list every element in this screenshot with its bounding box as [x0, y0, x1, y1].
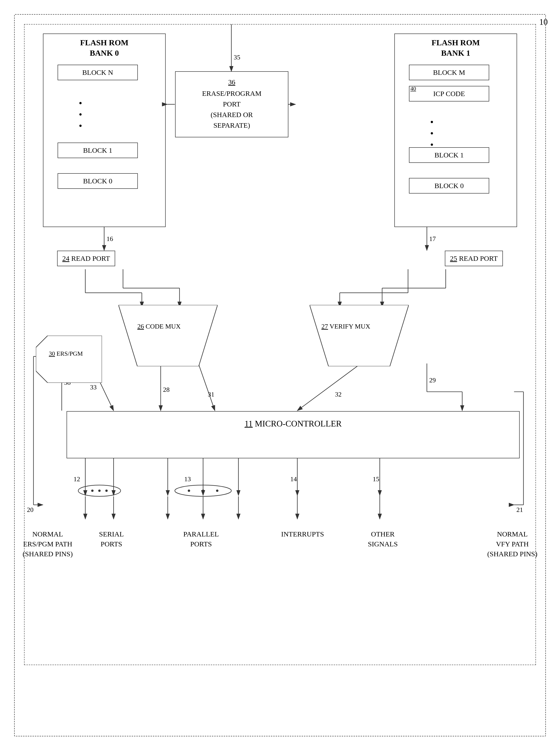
erase-program-port-box: 36 ERASE/PROGRAM PORT (SHARED OR SEPARAT… — [175, 71, 288, 137]
read-port-25: 25READ PORT — [445, 251, 503, 266]
flash-rom-bank0-title: FLASH ROM BANK 0 — [43, 34, 165, 62]
icp-code-box: 40 ICP CODE — [409, 86, 489, 101]
block-n-box: BLOCK N — [58, 65, 138, 80]
block-0-bank0-box: BLOCK 0 — [58, 173, 138, 189]
micro-controller-box: 11 MICRO-CONTROLLER — [66, 411, 520, 458]
dots-bank1: ••• — [430, 117, 434, 151]
erase-program-label: ERASE/PROGRAM PORT (SHARED OR SEPARATE) — [202, 88, 261, 131]
svg-text:26
       CODE MUX: 26 CODE MUX — [137, 323, 181, 330]
svg-text:27
       VERIFY MUX: 27 VERIFY MUX — [321, 323, 370, 330]
code-mux-shape: 26 CODE MUX — [118, 305, 218, 366]
svg-marker-75 — [309, 305, 409, 366]
svg-text:30
       ERS/PGM: 30 ERS/PGM — [49, 350, 83, 357]
label-normal-vfy: NORMAL VFY PATH (SHARED PINS) — [482, 529, 543, 559]
label-interrupts: INTERRUPTS — [274, 529, 331, 539]
block-m-box: BLOCK M — [409, 65, 489, 80]
flash-rom-bank0: FLASH ROM BANK 0 BLOCK N ••• BLOCK 1 BLO… — [43, 34, 166, 227]
ers-pgm-shape: 30 ERS/PGM — [36, 336, 102, 383]
block-0-bank1-box: BLOCK 0 — [409, 178, 489, 194]
flash-rom-bank1-title: FLASH ROM BANK 1 — [395, 34, 517, 62]
block-1-bank1-box: BLOCK 1 — [409, 147, 489, 163]
label-parallel-ports: PARALLEL PORTS — [166, 529, 237, 549]
erase-program-ref: 36 — [228, 78, 235, 86]
read-port-24: 24READ PORT — [57, 251, 115, 266]
block-1-bank0-box: BLOCK 1 — [58, 142, 138, 158]
svg-marker-73 — [118, 305, 218, 366]
dots-bank0: ••• — [79, 98, 82, 132]
svg-marker-77 — [36, 336, 102, 383]
label-other-signals: OTHER SIGNALS — [359, 529, 406, 549]
label-serial-ports: SERIAL PORTS — [81, 529, 142, 549]
verify-mux-shape: 27 VERIFY MUX — [309, 305, 409, 366]
ref-10: 10 — [539, 17, 548, 27]
main-diagram: 10 35 16 — [14, 14, 546, 736]
label-normal-ers-pgm: NORMAL ERS/PGM PATH (SHARED PINS) — [17, 529, 78, 559]
flash-rom-bank1: FLASH ROM BANK 1 BLOCK M 40 ICP CODE •••… — [394, 34, 517, 227]
